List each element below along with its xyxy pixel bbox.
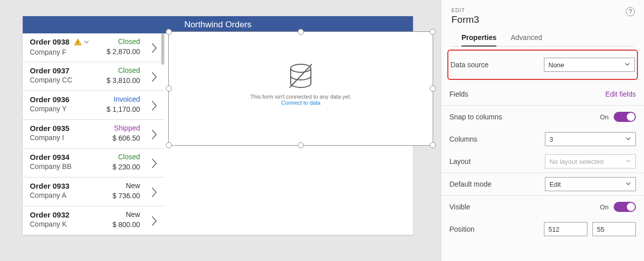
chevron-down-icon bbox=[625, 181, 631, 188]
order-price: $ 2,870.00 bbox=[107, 48, 140, 56]
chevron-right-icon[interactable] bbox=[148, 40, 160, 56]
layout-select[interactable]: No layout selected bbox=[545, 154, 636, 168]
order-status: Shipped bbox=[114, 124, 140, 132]
data-source-value: None bbox=[548, 61, 564, 69]
default-mode-label: Default mode bbox=[449, 180, 491, 188]
svg-rect-1 bbox=[77, 44, 78, 44]
resize-handle-w[interactable] bbox=[166, 85, 172, 92]
order-status: Invoiced bbox=[114, 95, 140, 103]
default-mode-select[interactable]: Edit bbox=[545, 177, 636, 191]
resize-handle-nw[interactable] bbox=[166, 29, 172, 35]
orders-gallery[interactable]: Order 0938 Company FClosed$ 2,870.00Orde… bbox=[23, 33, 164, 235]
order-row[interactable]: Order 0934 Company BBClosed$ 230.00 bbox=[23, 149, 164, 178]
data-source-label: Data source bbox=[450, 61, 488, 69]
database-icon bbox=[286, 63, 316, 90]
order-price: $ 800.00 bbox=[113, 221, 141, 229]
order-status: New bbox=[126, 210, 140, 219]
default-mode-value: Edit bbox=[549, 181, 561, 188]
visible-toggle[interactable] bbox=[614, 202, 636, 212]
order-row[interactable]: Order 0935 Company IShipped$ 606.50 bbox=[23, 120, 164, 149]
resize-handle-se[interactable] bbox=[430, 142, 436, 148]
data-source-highlight: Data source None bbox=[447, 50, 638, 80]
chevron-right-icon[interactable] bbox=[148, 69, 160, 84]
chevron-down-icon[interactable] bbox=[83, 38, 90, 47]
position-label: Position bbox=[449, 225, 475, 233]
chevron-down-icon bbox=[625, 136, 631, 143]
chevron-down-icon bbox=[624, 61, 630, 69]
empty-form-placeholder: This form isn't connected to any data ye… bbox=[169, 63, 433, 106]
chevron-right-icon[interactable] bbox=[148, 213, 160, 229]
snap-state: On bbox=[600, 113, 609, 121]
order-row[interactable]: Order 0938 Company FClosed$ 2,870.00 bbox=[23, 33, 164, 62]
order-row[interactable]: Order 0933 Company ANew$ 736.00 bbox=[23, 178, 164, 206]
order-price: $ 606.50 bbox=[113, 134, 141, 142]
columns-label: Columns bbox=[449, 135, 477, 143]
order-status: Closed bbox=[118, 153, 140, 161]
svg-line-3 bbox=[290, 64, 312, 88]
order-row[interactable]: Order 0937 Company CCClosed$ 3,810.00 bbox=[23, 62, 164, 91]
order-price: $ 736.00 bbox=[113, 192, 141, 200]
edit-label: EDIT bbox=[451, 7, 634, 13]
chevron-right-icon[interactable] bbox=[148, 185, 160, 200]
properties-header: EDIT Form3 ? Properties Advanced bbox=[441, 0, 644, 47]
order-row[interactable]: Order 0932 Company KNew$ 800.00 bbox=[23, 206, 164, 235]
app-title: Northwind Orders bbox=[184, 20, 251, 29]
app-title-bar: Northwind Orders bbox=[23, 16, 413, 33]
warning-icon bbox=[74, 38, 82, 47]
position-x-input[interactable] bbox=[544, 222, 587, 236]
visible-state: On bbox=[600, 203, 609, 211]
resize-handle-s[interactable] bbox=[298, 142, 304, 148]
snap-to-columns-label: Snap to columns bbox=[449, 113, 502, 121]
data-source-select[interactable]: None bbox=[544, 58, 635, 72]
order-row[interactable]: Order 0936 Company YInvoiced$ 1,170.00 bbox=[23, 91, 164, 120]
app-canvas: Northwind Orders Order 0938 Company FClo… bbox=[23, 16, 413, 235]
chevron-right-icon[interactable] bbox=[148, 156, 160, 171]
chevron-down-icon bbox=[625, 158, 631, 165]
chevron-right-icon[interactable] bbox=[148, 127, 160, 142]
fields-label: Fields bbox=[449, 90, 468, 98]
resize-handle-n[interactable] bbox=[298, 29, 304, 35]
layout-value: No layout selected bbox=[549, 158, 604, 165]
form-region[interactable]: This form isn't connected to any data ye… bbox=[168, 31, 433, 146]
help-icon[interactable]: ? bbox=[626, 7, 635, 16]
properties-pane: EDIT Form3 ? Properties Advanced Data so… bbox=[441, 0, 644, 261]
resize-handle-ne[interactable] bbox=[430, 29, 436, 35]
columns-value: 3 bbox=[549, 136, 553, 143]
form-name: Form3 bbox=[451, 14, 634, 25]
property-tabs: Properties Advanced bbox=[451, 33, 634, 47]
empty-form-text: This form isn't connected to any data ye… bbox=[169, 94, 433, 100]
connect-to-data-link[interactable]: Connect to data bbox=[169, 100, 433, 106]
svg-rect-0 bbox=[77, 41, 78, 43]
order-status: New bbox=[126, 182, 140, 190]
order-price: $ 1,170.00 bbox=[107, 105, 140, 113]
chevron-right-icon[interactable] bbox=[148, 98, 160, 113]
columns-select[interactable]: 3 bbox=[545, 132, 636, 146]
tab-properties[interactable]: Properties bbox=[462, 33, 496, 47]
layout-label: Layout bbox=[449, 157, 471, 165]
edit-fields-link[interactable]: Edit fields bbox=[605, 90, 636, 98]
resize-handle-sw[interactable] bbox=[166, 142, 172, 148]
tab-advanced[interactable]: Advanced bbox=[511, 33, 542, 46]
snap-to-columns-toggle[interactable] bbox=[614, 112, 636, 122]
order-status: Closed bbox=[118, 66, 140, 74]
resize-handle-e[interactable] bbox=[430, 85, 436, 92]
position-y-input[interactable] bbox=[592, 222, 636, 236]
visible-label: Visible bbox=[449, 203, 470, 211]
order-status: Closed bbox=[118, 37, 140, 46]
order-price: $ 230.00 bbox=[113, 163, 141, 171]
order-price: $ 3,810.00 bbox=[107, 76, 140, 84]
